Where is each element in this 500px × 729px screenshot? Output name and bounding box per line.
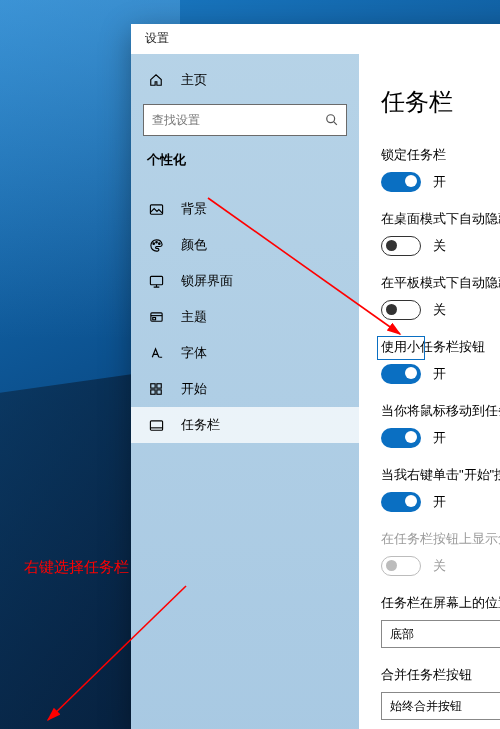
svg-point-4 <box>158 242 160 244</box>
sidebar-item-label: 字体 <box>181 344 207 362</box>
setting-label: 任务栏在屏幕上的位置 <box>381 594 500 612</box>
svg-rect-8 <box>151 384 155 388</box>
svg-rect-10 <box>151 390 155 394</box>
search-icon <box>325 113 339 127</box>
toggle-powershell[interactable] <box>381 492 421 512</box>
svg-rect-9 <box>157 384 161 388</box>
toggle-autohide-tablet[interactable] <box>381 300 421 320</box>
font-icon <box>147 344 165 362</box>
sidebar-item-label: 开始 <box>181 380 207 398</box>
setting-label: 当我右键单击"开始"按钮或按下 Windows 键+X 时，在菜单中将命令提示符… <box>381 466 500 484</box>
settings-window: 设置 主页 个性化 <box>131 24 500 729</box>
sidebar-section-title: 个性化 <box>131 152 359 169</box>
monitor-icon <box>147 272 165 290</box>
image-icon <box>147 200 165 218</box>
setting-label: 当你将鼠标移动到任务栏末端的"显示桌面"按钮时，使用"速览"预览桌面 <box>381 402 500 420</box>
sidebar-item-label: 任务栏 <box>181 416 220 434</box>
toggle-autohide-desktop[interactable] <box>381 236 421 256</box>
svg-point-0 <box>327 115 335 123</box>
select-combine-buttons[interactable]: 始终合并按钮 <box>381 692 500 720</box>
palette-icon <box>147 236 165 254</box>
sidebar-item-background[interactable]: 背景 <box>131 191 359 227</box>
select-value: 始终合并按钮 <box>390 698 462 715</box>
sidebar-item-taskbar[interactable]: 任务栏 <box>131 407 359 443</box>
search-box[interactable] <box>143 104 347 136</box>
theme-icon <box>147 308 165 326</box>
svg-rect-12 <box>150 420 162 429</box>
toggle-lock-taskbar[interactable] <box>381 172 421 192</box>
select-taskbar-position[interactable]: 底部 <box>381 620 500 648</box>
nav-home-label: 主页 <box>181 71 207 89</box>
sidebar-item-themes[interactable]: 主题 <box>131 299 359 335</box>
toggle-small-buttons[interactable] <box>381 364 421 384</box>
sidebar-item-label: 锁屏界面 <box>181 272 233 290</box>
sidebar-item-start[interactable]: 开始 <box>131 371 359 407</box>
toggle-text: 开 <box>433 173 446 191</box>
toggle-peek[interactable] <box>381 428 421 448</box>
select-value: 底部 <box>390 626 414 643</box>
start-icon <box>147 380 165 398</box>
home-icon <box>147 71 165 89</box>
setting-label: 合并任务栏按钮 <box>381 666 500 684</box>
svg-point-2 <box>152 242 154 244</box>
window-title: 设置 <box>131 24 500 54</box>
setting-label: 锁定任务栏 <box>381 146 500 164</box>
sidebar: 主页 个性化 背景 <box>131 54 359 729</box>
highlight-box <box>377 336 425 360</box>
toggle-badges <box>381 556 421 576</box>
annotation-text: 右键选择任务栏 <box>24 558 129 577</box>
toggle-text: 关 <box>433 301 446 319</box>
sidebar-item-lockscreen[interactable]: 锁屏界面 <box>131 263 359 299</box>
setting-label: 在任务栏按钮上显示角标 <box>381 530 500 548</box>
taskbar-icon <box>147 416 165 434</box>
svg-point-3 <box>155 241 157 243</box>
setting-label: 在平板模式下自动隐藏任务栏 <box>381 274 500 292</box>
svg-rect-7 <box>152 317 155 319</box>
toggle-text: 开 <box>433 365 446 383</box>
content-pane: 任务栏 锁定任务栏 开 在桌面模式下自动隐藏任务栏 关 在平板模式下自动隐藏任务… <box>359 54 500 729</box>
svg-rect-1 <box>150 204 162 213</box>
sidebar-item-label: 主题 <box>181 308 207 326</box>
svg-rect-11 <box>157 390 161 394</box>
sidebar-item-colors[interactable]: 颜色 <box>131 227 359 263</box>
setting-label: 在桌面模式下自动隐藏任务栏 <box>381 210 500 228</box>
window-title-text: 设置 <box>145 31 169 45</box>
toggle-text: 开 <box>433 493 446 511</box>
search-input[interactable] <box>143 104 347 136</box>
toggle-text: 关 <box>433 237 446 255</box>
toggle-text: 关 <box>433 557 446 575</box>
sidebar-item-label: 背景 <box>181 200 207 218</box>
page-title: 任务栏 <box>381 86 500 118</box>
nav-home[interactable]: 主页 <box>131 62 359 98</box>
svg-rect-5 <box>150 276 162 284</box>
sidebar-item-label: 颜色 <box>181 236 207 254</box>
sidebar-item-fonts[interactable]: 字体 <box>131 335 359 371</box>
toggle-text: 开 <box>433 429 446 447</box>
